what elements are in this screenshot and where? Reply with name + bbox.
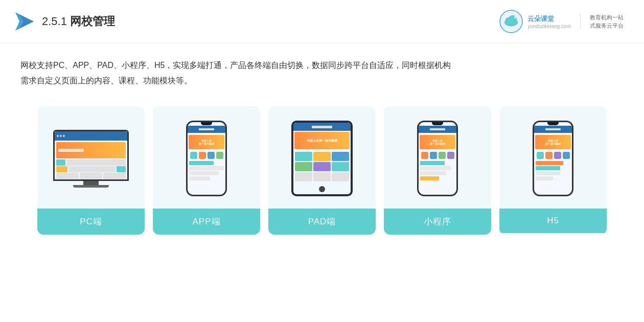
phone-mockup-app: 招进人的第一堂兴趣课 bbox=[186, 121, 227, 196]
brand-tagline: 教育机构一站 式服务云平台 bbox=[590, 13, 624, 30]
brand-name: 云朵课堂 bbox=[527, 14, 554, 24]
pc-mockup bbox=[53, 130, 129, 188]
tablet-mockup: 招进人的第一堂兴趣课 bbox=[291, 121, 353, 196]
tablet-body: 招进人的第一堂兴趣课 bbox=[291, 121, 353, 196]
card-h5-image: 招进人的第一堂兴趣课 bbox=[499, 106, 607, 209]
description-line2: 需求自定义页面上的内容、课程、功能模块等。 bbox=[20, 73, 624, 88]
phone-body-miniapp: 招进人的第一堂兴趣课 bbox=[417, 121, 458, 196]
description: 网校支持PC、APP、PAD、小程序、H5，实现多端打通，产品各终端自由切换，数… bbox=[0, 43, 644, 96]
card-pad-image: 招进人的第一堂兴趣课 bbox=[268, 106, 376, 209]
card-miniapp-image: 招进人的第一堂兴趣课 bbox=[384, 106, 491, 209]
page-title: 2.5.1 网校管理 bbox=[42, 14, 115, 29]
cards-area: PC端 招进人的第一堂兴趣课 bbox=[0, 96, 644, 235]
card-pad-label: PAD端 bbox=[268, 209, 376, 235]
card-pc-image bbox=[37, 106, 145, 209]
brand-url: yunduoketang.com bbox=[527, 24, 571, 29]
phone-mockup-h5: 招进人的第一堂兴趣课 bbox=[533, 121, 573, 196]
card-app-image: 招进人的第一堂兴趣课 bbox=[153, 106, 260, 209]
card-h5: 招进人的第一堂兴趣课 bbox=[499, 106, 607, 235]
header-left: 2.5.1 网校管理 bbox=[15, 12, 115, 31]
logo-arrow-icon bbox=[15, 12, 34, 31]
card-app: 招进人的第一堂兴趣课 bbox=[153, 106, 260, 235]
card-miniapp: 招进人的第一堂兴趣课 bbox=[384, 106, 491, 235]
brand-text: 云朵课堂 yunduoketang.com bbox=[527, 14, 571, 29]
pc-base bbox=[73, 185, 109, 188]
card-pad: 招进人的第一堂兴趣课 bbox=[268, 106, 376, 235]
phone-mockup-miniapp: 招进人的第一堂兴趣课 bbox=[417, 121, 458, 196]
header-divider bbox=[580, 14, 581, 29]
brand-logo-icon bbox=[499, 9, 523, 34]
page-container: 2.5.1 网校管理 云朵课堂 yunduoketang.com bbox=[0, 0, 644, 322]
header-right: 云朵课堂 yunduoketang.com 教育机构一站 式服务云平台 bbox=[499, 9, 624, 34]
card-miniapp-label: 小程序 bbox=[384, 209, 491, 235]
card-pc: PC端 bbox=[37, 106, 145, 235]
card-app-label: APP端 bbox=[153, 209, 260, 235]
phone-body-app: 招进人的第一堂兴趣课 bbox=[186, 121, 227, 196]
header: 2.5.1 网校管理 云朵课堂 yunduoketang.com bbox=[0, 0, 644, 43]
pc-stand bbox=[83, 181, 99, 185]
pc-monitor bbox=[53, 130, 129, 181]
card-h5-label: H5 bbox=[499, 209, 607, 233]
phone-body-h5: 招进人的第一堂兴趣课 bbox=[533, 121, 573, 196]
description-line1: 网校支持PC、APP、PAD、小程序、H5，实现多端打通，产品各终端自由切换，数… bbox=[20, 58, 624, 73]
svg-point-9 bbox=[514, 16, 516, 18]
card-pc-label: PC端 bbox=[37, 209, 145, 235]
